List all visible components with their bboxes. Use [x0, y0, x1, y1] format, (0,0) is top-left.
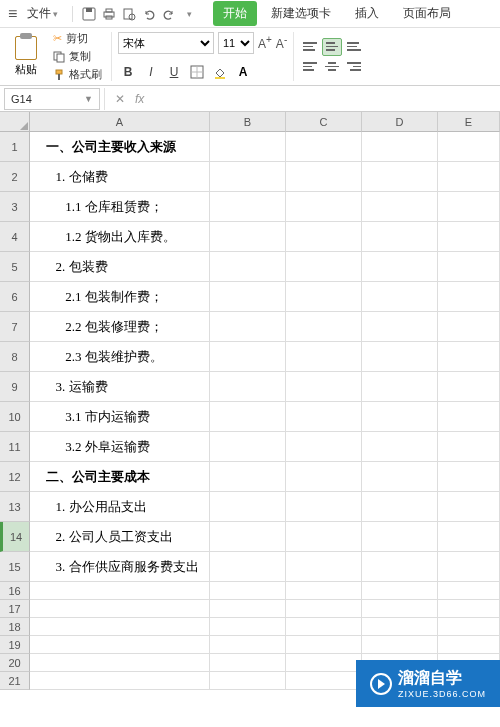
cell[interactable] — [30, 600, 210, 618]
cell[interactable] — [438, 222, 500, 252]
format-painter-button[interactable]: 格式刷 — [50, 67, 105, 83]
cell[interactable] — [362, 222, 438, 252]
cell[interactable] — [286, 492, 362, 522]
tab-insert[interactable]: 插入 — [345, 1, 389, 26]
cell[interactable]: 2. 公司人员工资支出 — [30, 522, 210, 552]
row-header[interactable]: 18 — [0, 618, 30, 636]
cell[interactable] — [362, 342, 438, 372]
cell[interactable] — [210, 192, 286, 222]
cell[interactable] — [30, 618, 210, 636]
row-header[interactable]: 10 — [0, 402, 30, 432]
cell[interactable]: 1. 仓储费 — [30, 162, 210, 192]
cell[interactable] — [210, 522, 286, 552]
cell[interactable] — [210, 312, 286, 342]
cell[interactable] — [286, 600, 362, 618]
cell[interactable] — [210, 132, 286, 162]
cell[interactable] — [286, 372, 362, 402]
cell[interactable] — [362, 492, 438, 522]
row-header[interactable]: 8 — [0, 342, 30, 372]
row-header[interactable]: 3 — [0, 192, 30, 222]
cell[interactable] — [210, 672, 286, 690]
cell[interactable] — [286, 552, 362, 582]
row-header[interactable]: 2 — [0, 162, 30, 192]
cell[interactable] — [210, 618, 286, 636]
print-icon[interactable] — [101, 6, 117, 22]
cell[interactable]: 3. 运输费 — [30, 372, 210, 402]
cut-button[interactable]: ✂ 剪切 — [50, 31, 105, 47]
align-middle-button[interactable] — [322, 38, 342, 56]
col-header-C[interactable]: C — [286, 112, 362, 132]
cell[interactable] — [210, 282, 286, 312]
row-header[interactable]: 21 — [0, 672, 30, 690]
save-icon[interactable] — [81, 6, 97, 22]
cell[interactable] — [30, 672, 210, 690]
cell[interactable]: 2.3 包装维护费。 — [30, 342, 210, 372]
cell[interactable]: 3. 合作供应商服务费支出 — [30, 552, 210, 582]
paste-button[interactable]: 粘贴 — [6, 32, 46, 82]
font-size-select[interactable]: 11 — [218, 32, 254, 54]
cell[interactable] — [362, 312, 438, 342]
cell[interactable] — [210, 432, 286, 462]
formula-input[interactable] — [154, 88, 500, 110]
cell[interactable] — [286, 654, 362, 672]
bold-button[interactable]: B — [118, 62, 138, 82]
cell[interactable] — [438, 162, 500, 192]
redo-icon[interactable] — [161, 6, 177, 22]
cell[interactable] — [286, 132, 362, 162]
row-header[interactable]: 13 — [0, 492, 30, 522]
cell[interactable] — [438, 492, 500, 522]
italic-button[interactable]: I — [141, 62, 161, 82]
chevron-down-icon[interactable]: ▾ — [181, 6, 197, 22]
row-header[interactable]: 1 — [0, 132, 30, 162]
cell[interactable] — [286, 432, 362, 462]
cell[interactable]: 二、公司主要成本 — [30, 462, 210, 492]
cell[interactable]: 一、公司主要收入来源 — [30, 132, 210, 162]
cell[interactable] — [438, 312, 500, 342]
cell[interactable] — [362, 600, 438, 618]
col-header-B[interactable]: B — [210, 112, 286, 132]
cell[interactable] — [286, 618, 362, 636]
cell[interactable] — [286, 192, 362, 222]
cell[interactable] — [286, 282, 362, 312]
cell[interactable] — [286, 222, 362, 252]
cell[interactable] — [438, 462, 500, 492]
cell[interactable] — [362, 402, 438, 432]
cell[interactable] — [286, 636, 362, 654]
cell[interactable] — [438, 618, 500, 636]
cell[interactable]: 2.1 包装制作费； — [30, 282, 210, 312]
increase-font-icon[interactable]: A+ — [258, 34, 272, 51]
row-header[interactable]: 12 — [0, 462, 30, 492]
name-box[interactable]: G14 ▼ — [4, 88, 100, 110]
cell[interactable] — [362, 618, 438, 636]
cell[interactable] — [210, 342, 286, 372]
row-header[interactable]: 15 — [0, 552, 30, 582]
cell[interactable] — [210, 162, 286, 192]
row-header[interactable]: 7 — [0, 312, 30, 342]
align-center-button[interactable] — [322, 58, 342, 76]
align-top-button[interactable] — [300, 38, 320, 56]
tab-start[interactable]: 开始 — [213, 1, 257, 26]
cell[interactable] — [438, 522, 500, 552]
cell[interactable] — [438, 132, 500, 162]
cell[interactable] — [438, 342, 500, 372]
row-header[interactable]: 19 — [0, 636, 30, 654]
cell[interactable] — [362, 282, 438, 312]
cell[interactable] — [210, 582, 286, 600]
hamburger-icon[interactable]: ≡ — [8, 5, 17, 23]
col-header-D[interactable]: D — [362, 112, 438, 132]
cell[interactable]: 3.2 外阜运输费 — [30, 432, 210, 462]
cell[interactable]: 3.1 市内运输费 — [30, 402, 210, 432]
print-preview-icon[interactable] — [121, 6, 137, 22]
cell[interactable] — [286, 582, 362, 600]
cell[interactable]: 1.1 仓库租赁费； — [30, 192, 210, 222]
cancel-icon[interactable]: ✕ — [115, 92, 125, 106]
cell[interactable] — [210, 492, 286, 522]
cell[interactable] — [362, 432, 438, 462]
cell[interactable] — [438, 372, 500, 402]
cell[interactable] — [210, 654, 286, 672]
cell[interactable] — [210, 552, 286, 582]
undo-icon[interactable] — [141, 6, 157, 22]
row-header[interactable]: 4 — [0, 222, 30, 252]
row-header[interactable]: 17 — [0, 600, 30, 618]
cell[interactable] — [286, 462, 362, 492]
